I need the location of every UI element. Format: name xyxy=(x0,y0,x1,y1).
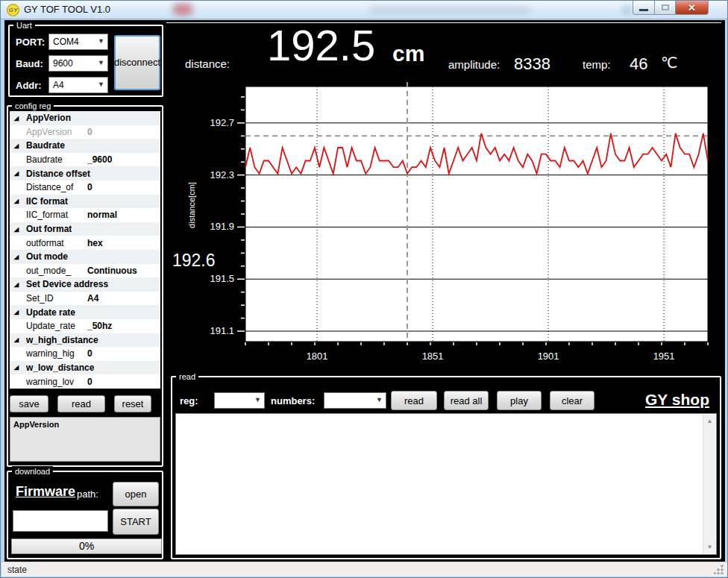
addr-value: A4 xyxy=(53,80,64,90)
distance-value: 192.5 xyxy=(267,20,375,70)
path-label: path: xyxy=(77,489,98,500)
read-groupbox: read reg: ▼ numbers: ▼ read read all pla… xyxy=(171,376,721,559)
reset-button[interactable]: reset xyxy=(114,395,151,412)
titlebar[interactable]: GY GY TOF TOOL V1.0 ✕ xyxy=(1,1,728,19)
save-button[interactable]: save xyxy=(10,395,48,412)
numbers-select[interactable]: ▼ xyxy=(324,392,386,409)
start-button[interactable]: START xyxy=(113,509,159,535)
read-reg-button[interactable]: read xyxy=(391,391,437,410)
tree-row[interactable]: ◢Out format xyxy=(10,222,160,236)
svg-text:1951: 1951 xyxy=(653,351,675,362)
maximize-button[interactable] xyxy=(655,1,675,15)
tree-row[interactable]: ◢w_high_distance xyxy=(10,333,160,348)
appversion-panel: AppVersion xyxy=(10,417,160,462)
svg-text:distance[cm]: distance[cm] xyxy=(187,182,196,228)
tree-row[interactable]: warning_lov0 xyxy=(10,374,160,389)
port-value: COM4 xyxy=(53,37,79,47)
distance-chart[interactable]: 191.1191.5191.9192.3192.7180118511901195… xyxy=(166,82,721,373)
open-button[interactable]: open xyxy=(113,482,159,506)
firmware-path-input[interactable] xyxy=(13,510,108,532)
amplitude-value: 8338 xyxy=(514,54,550,74)
tree-row[interactable]: ◢Out mode xyxy=(10,250,160,264)
tree-row[interactable]: ◢IIC format xyxy=(10,195,160,209)
download-groupbox: download Firmware path: open START 0% xyxy=(7,471,163,559)
tree-expander-icon[interactable]: ◢ xyxy=(14,226,23,233)
tree-expander-icon[interactable]: ◢ xyxy=(14,364,23,371)
glass-reflection xyxy=(370,6,530,14)
resize-grip-icon[interactable] xyxy=(714,565,724,574)
clear-button[interactable]: clear xyxy=(550,391,594,410)
window-title: GY TOF TOOL V1.0 xyxy=(24,4,110,15)
config-tree[interactable]: ◢AppVerionAppVersion0◢BaudrateBaudrate_9… xyxy=(10,111,160,389)
tree-row[interactable]: IIC_formatnormal xyxy=(10,208,160,222)
tree-row[interactable]: ◢Update rate xyxy=(10,305,160,319)
log-textarea[interactable]: ▲ ▼ xyxy=(175,413,717,555)
app-icon: GY xyxy=(7,4,19,16)
tree-expander-icon[interactable]: ◢ xyxy=(14,336,23,343)
port-label: PORT: xyxy=(16,37,45,48)
play-button[interactable]: play xyxy=(497,391,542,410)
gy-shop-link[interactable]: GY shop xyxy=(645,391,709,409)
tree-row[interactable]: Baudrate_9600 xyxy=(10,153,160,167)
read-button[interactable]: read xyxy=(57,395,105,412)
chevron-down-icon: ▼ xyxy=(98,81,104,88)
numbers-label: numbers: xyxy=(271,395,315,406)
tree-expander-icon[interactable]: ◢ xyxy=(14,309,23,315)
tree-row[interactable]: warning_hig0 xyxy=(10,347,160,361)
tree-row[interactable]: ◢w_low_distance xyxy=(10,361,160,375)
download-group-title: download xyxy=(12,466,53,477)
tree-row[interactable]: ◢Distance offset xyxy=(10,166,160,180)
disconnect-button[interactable]: disconnect xyxy=(114,35,160,90)
uart-groupbox: Uart PORT: COM4 ▼ Baud: 9600 ▼ Addr: A4 … xyxy=(8,25,163,97)
tree-expander-icon[interactable]: ◢ xyxy=(14,142,23,149)
scroll-down-icon[interactable]: ▼ xyxy=(703,541,716,553)
temp-label: temp: xyxy=(583,58,611,71)
svg-text:191.1: 191.1 xyxy=(210,325,234,336)
tree-row[interactable]: outformathex xyxy=(10,236,160,250)
read-all-button[interactable]: read all xyxy=(444,391,489,410)
maximize-icon xyxy=(662,4,669,10)
svg-text:191.5: 191.5 xyxy=(210,273,234,284)
chevron-down-icon: ▼ xyxy=(254,396,261,403)
tree-expander-icon[interactable]: ◢ xyxy=(14,198,23,204)
temp-unit: ℃ xyxy=(661,54,677,72)
uart-group-title: Uart xyxy=(13,20,35,31)
tree-expander-icon[interactable]: ◢ xyxy=(14,170,23,177)
glass-reflection xyxy=(173,3,192,16)
svg-text:191.9: 191.9 xyxy=(210,221,234,232)
tree-expander-icon[interactable]: ◢ xyxy=(14,115,23,122)
tree-row[interactable]: AppVersion0 xyxy=(10,125,160,139)
tree-row[interactable]: ◢Set Device address xyxy=(10,277,160,292)
glass-reflection xyxy=(622,5,631,14)
tree-expander-icon[interactable]: ◢ xyxy=(14,281,23,288)
chevron-down-icon: ▼ xyxy=(98,37,104,45)
baud-label: Baud: xyxy=(16,58,43,69)
svg-text:192.3: 192.3 xyxy=(210,169,234,180)
app-window: GY GY TOF TOOL V1.0 ✕ Uart PORT: COM4 ▼ … xyxy=(0,0,728,578)
tree-row[interactable]: ◢Baudrate xyxy=(10,139,160,153)
panel-top-border xyxy=(166,22,721,23)
minimize-icon xyxy=(639,9,648,11)
distance-unit: cm xyxy=(392,41,424,66)
appversion-panel-label: AppVersion xyxy=(10,418,160,429)
close-button[interactable]: ✕ xyxy=(675,1,709,15)
addr-select[interactable]: A4 ▼ xyxy=(48,77,108,93)
temp-value: 46 xyxy=(630,54,647,74)
tree-row[interactable]: out_mode_Continuous xyxy=(10,264,160,278)
svg-text:1801: 1801 xyxy=(307,351,328,362)
tree-row[interactable]: Distance_of0 xyxy=(10,180,160,195)
minimize-button[interactable] xyxy=(633,1,655,15)
firmware-link[interactable]: Firmware xyxy=(16,484,75,500)
svg-text:1851: 1851 xyxy=(422,351,444,362)
tree-expander-icon[interactable]: ◢ xyxy=(14,254,23,260)
log-scrollbar[interactable]: ▲ ▼ xyxy=(703,415,715,553)
tree-row[interactable]: Update_rate_50hz xyxy=(10,319,160,333)
baud-select[interactable]: 9600 ▼ xyxy=(48,55,108,72)
chevron-down-icon: ▼ xyxy=(98,59,104,66)
close-icon: ✕ xyxy=(688,2,696,13)
port-select[interactable]: COM4 ▼ xyxy=(48,34,108,50)
tree-row[interactable]: ◢AppVerion xyxy=(10,111,160,125)
reg-select[interactable]: ▼ xyxy=(214,392,265,409)
scroll-up-icon[interactable]: ▲ xyxy=(703,415,716,427)
tree-row[interactable]: Set_IDA4 xyxy=(10,292,160,306)
